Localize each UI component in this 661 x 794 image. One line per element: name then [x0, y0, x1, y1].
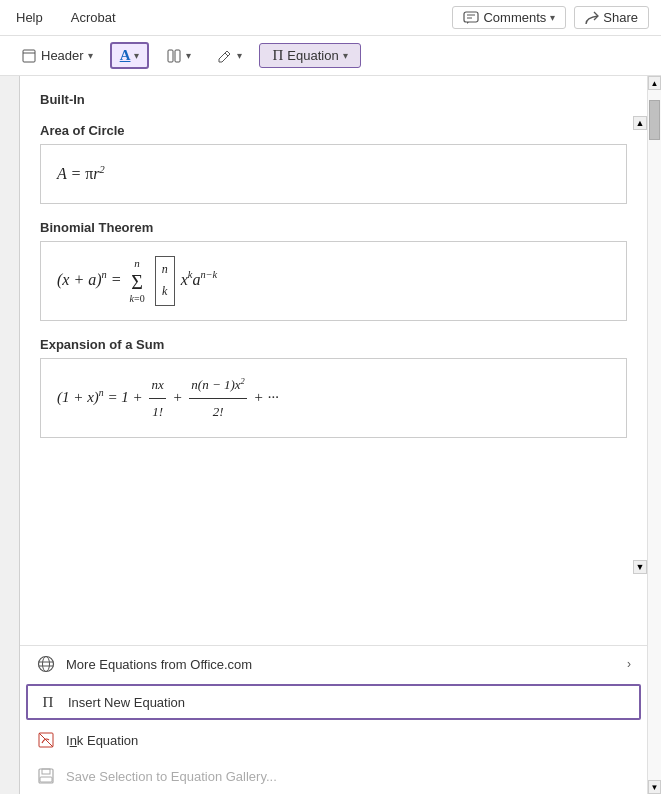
svg-rect-7: [175, 50, 180, 62]
text-style-icon: A: [120, 47, 131, 64]
left-margin: [0, 76, 20, 794]
scrollbar-down-button[interactable]: ▼: [648, 780, 661, 794]
svg-line-8: [225, 53, 228, 56]
svg-line-14: [39, 733, 53, 747]
equation-pi-icon: Π: [272, 47, 283, 64]
equation-box-area-of-circle[interactable]: A = πr2: [40, 144, 627, 204]
insert-new-equation-item[interactable]: Π Insert New Equation: [26, 684, 641, 720]
comments-chevron: ▾: [550, 12, 555, 23]
svg-rect-6: [168, 50, 173, 62]
svg-rect-17: [40, 777, 52, 782]
ink-equation-item[interactable]: Ink Equation: [20, 722, 647, 758]
equations-scroll-area[interactable]: ▲ ▼ Built-In Area of Circle A = πr2 Bino…: [20, 76, 647, 646]
header-icon: [21, 48, 37, 64]
svg-rect-15: [39, 769, 53, 783]
menu-bar: Help Acrobat Comments ▾ Share: [0, 0, 661, 36]
equation-box-expansion[interactable]: (1 + x)n = 1 + nx 1! + n(n − 1)x2 2! + ·…: [40, 358, 627, 438]
svg-rect-0: [464, 12, 478, 22]
more-equations-label: More Equations from Office.com: [66, 657, 252, 672]
menu-help[interactable]: Help: [12, 8, 47, 27]
more-equations-arrow: ›: [627, 657, 631, 671]
equation-name-expansion: Expansion of a Sum: [40, 337, 627, 352]
svg-rect-4: [23, 50, 35, 62]
scrollbar-track: [648, 90, 661, 780]
scroll-up-arrow[interactable]: ▲: [633, 116, 647, 130]
insert-new-equation-label: Insert New Equation: [68, 695, 185, 710]
page-layout-button[interactable]: ▾: [157, 44, 200, 68]
header-chevron: ▾: [88, 50, 93, 61]
app-window: Help Acrobat Comments ▾ Share: [0, 0, 661, 794]
edit-chevron: ▾: [237, 50, 242, 61]
share-button[interactable]: Share: [574, 6, 649, 29]
equation-render-expansion: (1 + x)n = 1 + nx 1! + n(n − 1)x2 2! + ·…: [57, 372, 279, 425]
scrollbar-up-button[interactable]: ▲: [648, 76, 661, 90]
more-equations-item[interactable]: More Equations from Office.com ›: [20, 646, 647, 682]
equation-dropdown-panel: ▲ ▼ Built-In Area of Circle A = πr2 Bino…: [20, 76, 647, 794]
text-style-chevron: ▾: [134, 50, 139, 61]
header-label: Header: [41, 48, 84, 63]
equation-button[interactable]: Π Equation ▾: [259, 43, 360, 68]
comments-icon: [463, 11, 479, 25]
menu-left: Help Acrobat: [12, 8, 120, 27]
share-label: Share: [603, 10, 638, 25]
text-style-button[interactable]: A ▾: [110, 42, 150, 69]
ribbon-bar: Header ▾ A ▾ ▾ ▾ Π Equation: [0, 36, 661, 76]
svg-point-9: [39, 657, 54, 672]
edit-icon: [217, 48, 233, 64]
edit-button[interactable]: ▾: [208, 44, 251, 68]
equation-name-area-of-circle: Area of Circle: [40, 123, 627, 138]
equation-label: Equation: [287, 48, 338, 63]
equation-render-area-of-circle: A = πr2: [57, 164, 105, 183]
save-selection-label: Save Selection to Equation Gallery...: [66, 769, 277, 784]
comments-button[interactable]: Comments ▾: [452, 6, 566, 29]
scrollbar[interactable]: ▲ ▼: [647, 76, 661, 794]
ink-equation-label: Ink Equation: [66, 733, 138, 748]
scroll-down-arrow[interactable]: ▼: [633, 560, 647, 574]
header-button[interactable]: Header ▾: [12, 44, 102, 68]
ink-equation-icon: [36, 730, 56, 750]
comments-label: Comments: [483, 10, 546, 25]
globe-icon: [36, 654, 56, 674]
bottom-menu: More Equations from Office.com › Π Inser…: [20, 646, 647, 794]
section-title: Built-In: [40, 92, 627, 107]
menu-right: Comments ▾ Share: [452, 6, 649, 29]
main-content: ▲ ▼ Built-In Area of Circle A = πr2 Bino…: [0, 76, 661, 794]
menu-acrobat[interactable]: Acrobat: [67, 8, 120, 27]
save-selection-icon: [36, 766, 56, 786]
layout-chevron: ▾: [186, 50, 191, 61]
svg-rect-16: [42, 769, 50, 774]
layout-icon: [166, 48, 182, 64]
share-icon: [585, 11, 599, 25]
equation-render-binomial: (x + a)n = n Σ k=0 n k xkan−k: [57, 254, 217, 308]
scrollbar-thumb[interactable]: [649, 100, 660, 140]
save-selection-item: Save Selection to Equation Gallery...: [20, 758, 647, 794]
equation-insert-icon: Π: [38, 692, 58, 712]
equation-name-binomial: Binomial Theorem: [40, 220, 627, 235]
svg-point-10: [43, 657, 50, 672]
equation-chevron: ▾: [343, 50, 348, 61]
equation-box-binomial[interactable]: (x + a)n = n Σ k=0 n k xkan−k: [40, 241, 627, 321]
